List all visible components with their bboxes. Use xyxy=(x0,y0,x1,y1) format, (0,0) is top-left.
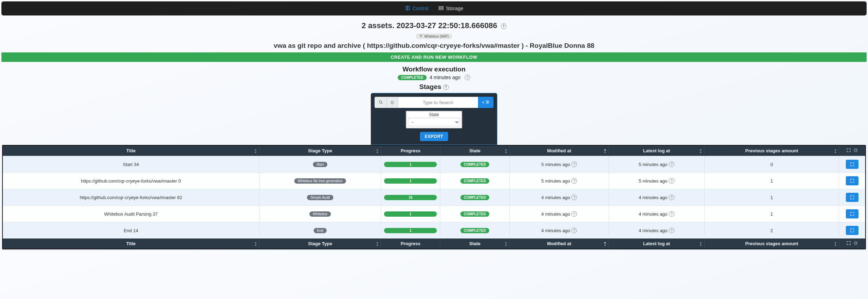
filter-toggle-button[interactable]: < xyxy=(478,97,493,108)
workflow-exec-title-text: Workflow execution xyxy=(402,65,465,73)
col-progress[interactable]: Progress xyxy=(381,146,440,156)
collapse-all-button[interactable] xyxy=(853,241,859,247)
collapse-all-button[interactable] xyxy=(853,148,859,154)
state-filter-select[interactable]: -- xyxy=(408,118,460,126)
cell-latest-log: 4 minutes ago ? xyxy=(609,189,704,206)
help-icon[interactable]: ? xyxy=(669,228,674,233)
expand-all-button[interactable] xyxy=(845,148,852,154)
create-workflow-button[interactable]: CREATE AND RUN NEW WORKFLOW xyxy=(1,52,867,62)
whitebox-wip-chip[interactable]: Whitebox (WiP) xyxy=(416,33,452,39)
help-icon[interactable]: ? xyxy=(501,23,507,29)
sort-icon: ▲▼ xyxy=(376,241,379,246)
state-pill: COMPLETED xyxy=(460,178,490,184)
col-modified-label: Modified at xyxy=(547,148,571,153)
search-icon xyxy=(375,97,386,108)
cell-progress: 1 xyxy=(381,222,440,239)
nav-control-label: Control xyxy=(413,6,428,11)
help-icon[interactable]: ? xyxy=(669,161,674,167)
state-filter-label: State xyxy=(408,112,460,117)
stages-table-header: Title▲▼ Stage Type▲▼ Progress State▲▼ Mo… xyxy=(3,146,865,156)
chip-row: Whitebox (WiP) xyxy=(0,33,868,39)
cell-actions xyxy=(839,206,865,222)
cell-title: End 14 xyxy=(3,222,259,239)
col-state-label: State xyxy=(469,148,480,153)
help-icon[interactable]: ? xyxy=(571,161,577,167)
help-icon[interactable]: ? xyxy=(571,228,577,233)
cell-latest-log: 4 minutes ago ? xyxy=(609,206,704,222)
sort-icon: ▲▼ xyxy=(834,148,837,153)
stages-table-wrap: Title▲▼ Stage Type▲▼ Progress State▲▼ Mo… xyxy=(2,145,866,249)
col-stage-type[interactable]: Stage Type▲▼ xyxy=(259,146,381,156)
help-icon[interactable]: ? xyxy=(571,195,577,200)
cell-progress: 1 xyxy=(381,206,440,222)
cell-state: COMPLETED xyxy=(440,189,510,206)
svg-point-2 xyxy=(421,37,421,37)
col-latest-log[interactable]: Latest log at▲▼ xyxy=(609,146,704,156)
help-icon[interactable]: ? xyxy=(443,84,449,90)
expand-row-button[interactable] xyxy=(846,176,858,185)
expand-row-button[interactable] xyxy=(846,160,858,169)
help-icon[interactable]: ? xyxy=(669,195,674,200)
repo-subtitle: vwa as git repo and archive ( https://gi… xyxy=(0,42,868,50)
col-type-label: Stage Type xyxy=(308,148,332,153)
sort-icon: ▲▼ xyxy=(504,148,507,153)
search-input[interactable] xyxy=(398,97,478,108)
expand-row-button[interactable] xyxy=(846,226,858,235)
sort-icon: ▲▼ xyxy=(699,241,702,246)
cell-title: https://github.com/cqr-cryeye-forks/vwa#… xyxy=(3,173,259,189)
sort-icon: ▲▼ xyxy=(604,148,606,153)
fcol-modified[interactable]: Modified at▲▼ xyxy=(510,238,609,249)
expand-row-button[interactable] xyxy=(846,209,858,218)
cell-latest-log: 5 minutes ago ? xyxy=(609,173,704,189)
cell-prev-stages: 1 xyxy=(704,173,839,189)
col-prev-stages[interactable]: Previous stages amount▲▼ xyxy=(704,146,839,156)
fcol-title[interactable]: Title▲▼ xyxy=(3,238,259,249)
table-row: Start 34Start1COMPLETED5 minutes ago ?5 … xyxy=(3,156,865,173)
col-modified[interactable]: Modified at▲▼ xyxy=(510,146,609,156)
fcol-progress[interactable]: Progress xyxy=(381,238,440,249)
fcol-modified-label: Modified at xyxy=(547,241,571,246)
cell-prev-stages: 0 xyxy=(704,156,839,173)
col-state[interactable]: State▲▼ xyxy=(440,146,510,156)
table-row: Whitebox Audit Parsing 37Whitebox1COMPLE… xyxy=(3,206,865,222)
cell-modified: 4 minutes ago ? xyxy=(510,222,609,239)
help-icon[interactable]: ? xyxy=(669,178,674,184)
export-button-label: EXPORT xyxy=(425,134,443,139)
fcol-prev-stages[interactable]: Previous stages amount▲▼ xyxy=(704,238,839,249)
fork-icon xyxy=(419,34,423,38)
export-button[interactable]: EXPORT xyxy=(420,132,448,141)
cell-actions xyxy=(839,173,865,189)
nav-control[interactable]: Control xyxy=(405,5,428,12)
cell-state: COMPLETED xyxy=(440,222,510,239)
state-pill: COMPLETED xyxy=(460,211,490,217)
sort-icon: ▲▼ xyxy=(504,241,507,246)
cell-state: COMPLETED xyxy=(440,173,510,189)
expand-all-button[interactable] xyxy=(845,241,852,247)
nav-storage[interactable]: Storage xyxy=(438,5,463,12)
fcol-state[interactable]: State▲▼ xyxy=(440,238,510,249)
fcol-stage-type[interactable]: Stage Type▲▼ xyxy=(259,238,381,249)
sort-icon: ▲▼ xyxy=(699,148,702,153)
fcol-latest-log[interactable]: Latest log at▲▼ xyxy=(609,238,704,249)
col-prev-label: Previous stages amount xyxy=(745,148,798,153)
workflow-exec-title: Workflow execution xyxy=(0,65,868,73)
sort-icon: ▲▼ xyxy=(376,148,379,153)
help-icon[interactable]: ? xyxy=(669,211,674,217)
stage-type-tag: Whitebox file tree generation xyxy=(294,178,346,184)
help-icon[interactable]: ? xyxy=(571,211,577,217)
help-icon[interactable]: ? xyxy=(465,75,470,80)
create-workflow-label: CREATE AND RUN NEW WORKFLOW xyxy=(391,55,477,60)
stage-type-tag: End xyxy=(314,228,327,233)
wip-chip-label: Whitebox (WiP) xyxy=(424,34,448,38)
book-icon xyxy=(405,5,410,12)
help-icon[interactable]: ? xyxy=(571,178,577,184)
sort-icon: ▲▼ xyxy=(254,241,257,246)
cell-actions xyxy=(839,189,865,206)
cell-title: Start 34 xyxy=(3,156,259,173)
cell-state: COMPLETED xyxy=(440,206,510,222)
expand-row-button[interactable] xyxy=(846,193,858,202)
stages-table-body: Start 34Start1COMPLETED5 minutes ago ?5 … xyxy=(3,156,865,239)
fcol-actions xyxy=(839,238,865,249)
col-title[interactable]: Title▲▼ xyxy=(3,146,259,156)
fcol-prev-label: Previous stages amount xyxy=(745,241,798,246)
